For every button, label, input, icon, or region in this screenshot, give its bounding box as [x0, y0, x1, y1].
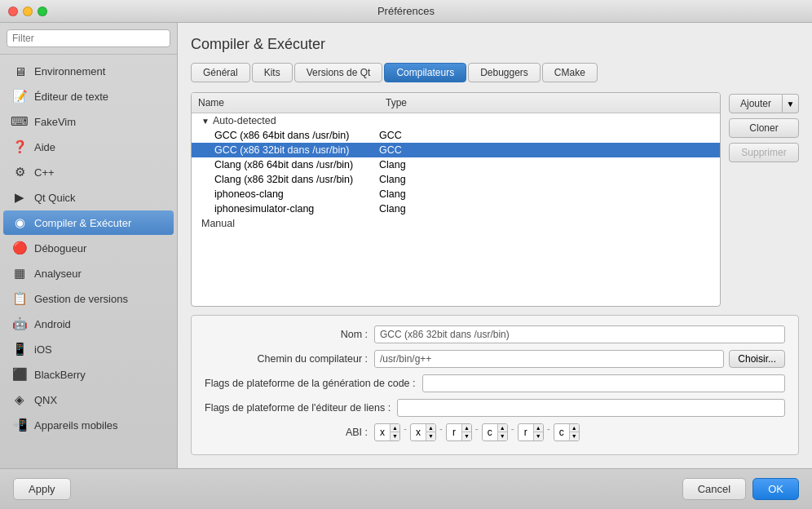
tab-versions[interactable]: Versions de Qt [294, 63, 383, 82]
abi-down-6[interactable]: ▼ [570, 432, 579, 440]
sidebar-label-qtquick: Qt Quick [34, 192, 76, 204]
abi-btns-2: ▲ ▼ [426, 424, 435, 440]
page-title: Compiler & Exécuter [191, 36, 799, 53]
chemin-input[interactable] [374, 350, 724, 368]
abi-btns-5: ▲ ▼ [533, 424, 543, 440]
sidebar-item-gestion[interactable]: 📋 Gestion de versions [3, 286, 174, 311]
ajouter-dropdown-arrow[interactable]: ▼ [783, 94, 799, 113]
abi-up-6[interactable]: ▲ [570, 424, 579, 432]
sidebar-item-editeur[interactable]: 📝 Éditeur de texte [3, 84, 174, 108]
sidebar-item-ios[interactable]: 📱 iOS [3, 337, 174, 361]
sidebar-item-fakevim[interactable]: ⌨ FakeVim [3, 109, 174, 134]
sidebar-item-android[interactable]: 🤖 Android [3, 312, 174, 336]
chemin-label: Chemin du compilateur : [205, 353, 368, 365]
abi-up-1[interactable]: ▲ [391, 424, 399, 432]
cloner-button[interactable]: Cloner [729, 118, 799, 138]
sidebar-label-environnement: Environnement [34, 65, 105, 77]
sidebar-icon-qnx: ◈ [11, 392, 28, 408]
abi-spinner-4: c ▲ ▼ [482, 423, 508, 441]
table-row-iphoneos[interactable]: iphoneos-clang Clang [192, 187, 720, 201]
maximize-button[interactable] [38, 7, 47, 16]
table-row-manual[interactable]: Manual [192, 216, 720, 231]
abi-sep-4: - [511, 423, 514, 441]
sidebar-icon-aide: ❓ [11, 139, 28, 155]
tab-compilateurs[interactable]: Compilateurs [384, 63, 466, 82]
sidebar-item-qnx[interactable]: ◈ QNX [3, 387, 174, 412]
nom-input[interactable] [374, 325, 785, 343]
table-row-autodetected[interactable]: ▼Auto-detected [192, 113, 720, 128]
flags-gen-input[interactable] [422, 374, 785, 392]
abi-up-3[interactable]: ▲ [462, 424, 471, 432]
tab-general[interactable]: Général [191, 63, 250, 82]
abi-val-5: r [519, 427, 533, 438]
sidebar-icon-blackberry: ⬛ [11, 366, 28, 383]
sidebar-item-blackberry[interactable]: ⬛ BlackBerry [3, 362, 174, 387]
sidebar-icon-cpp: ⚙ [11, 164, 28, 180]
sidebar-items: 🖥 Environnement 📝 Éditeur de texte ⌨ Fak… [0, 55, 177, 468]
abi-val-6: c [554, 427, 569, 438]
abi-val-3: r [447, 427, 461, 438]
table-row-clang64[interactable]: Clang (x86 64bit dans /usr/bin) Clang [192, 157, 720, 172]
table-row-gcc64[interactable]: GCC (x86 64bit dans /usr/bin) GCC [192, 128, 720, 143]
abi-up-2[interactable]: ▲ [426, 424, 435, 432]
table-row-clang32[interactable]: Clang (x86 32bit dans /usr/bin) Clang [192, 172, 720, 187]
abi-val-1: x [375, 427, 390, 438]
sidebar-item-aide[interactable]: ❓ Aide [3, 135, 174, 159]
ajouter-group: Ajouter ▼ [729, 94, 799, 113]
sidebar-icon-ios: 📱 [11, 341, 28, 357]
abi-down-3[interactable]: ▼ [462, 432, 471, 440]
supprimer-button[interactable]: Supprimer [729, 143, 799, 162]
column-type: Type [379, 95, 720, 110]
abi-down-2[interactable]: ▼ [426, 432, 435, 440]
row-type-iphoneos: Clang [379, 188, 713, 200]
table-row-gcc32[interactable]: GCC (x86 32bit dans /usr/bin) GCC [192, 143, 720, 157]
abi-down-4[interactable]: ▼ [498, 432, 507, 440]
tab-kits[interactable]: Kits [252, 63, 293, 82]
tabs-bar: GénéralKitsVersions de QtCompilateursDeb… [191, 63, 799, 82]
abi-label: ABI : [205, 427, 368, 438]
abi-sep-1: - [404, 423, 407, 441]
row-type-gcc64: GCC [379, 130, 713, 141]
sidebar-label-appareils: Appareils mobiles [34, 419, 118, 432]
abi-btns-3: ▲ ▼ [461, 424, 471, 440]
apply-button[interactable]: Apply [13, 478, 71, 500]
abi-val-4: c [483, 427, 497, 438]
close-button[interactable] [8, 7, 18, 16]
abi-up-4[interactable]: ▲ [498, 424, 507, 432]
filter-input[interactable] [7, 29, 170, 47]
minimize-button[interactable] [23, 7, 33, 16]
table-action-buttons: Ajouter ▼ Cloner Supprimer [729, 92, 799, 307]
sidebar-item-appareils[interactable]: 📲 Appareils mobiles [3, 413, 174, 437]
sidebar-item-compiler[interactable]: ◉ Compiler & Exécuter [3, 210, 174, 235]
abi-btns-4: ▲ ▼ [497, 424, 507, 440]
abi-down-5[interactable]: ▼ [534, 432, 543, 440]
choisir-button[interactable]: Choisir... [729, 350, 785, 368]
flags-lien-input[interactable] [397, 399, 785, 417]
sidebar-item-analyseur[interactable]: ▦ Analyseur [3, 261, 174, 285]
abi-btns-6: ▲ ▼ [569, 424, 579, 440]
compiler-panel: Name Type ▼Auto-detected GCC (x86 64bit … [191, 92, 799, 455]
sidebar-item-qtquick[interactable]: ▶ Qt Quick [3, 185, 174, 210]
abi-spinners: x ▲ ▼ - x ▲ ▼ [374, 423, 580, 441]
cancel-button[interactable]: Cancel [682, 478, 746, 500]
sidebar-icon-environnement: 🖥 [11, 63, 28, 79]
sidebar-label-gestion: Gestion de versions [34, 293, 128, 305]
ajouter-button[interactable]: Ajouter [729, 94, 783, 113]
abi-up-5[interactable]: ▲ [534, 424, 543, 432]
table-row-iphonesim[interactable]: iphonesimulator-clang Clang [192, 201, 720, 216]
tab-debuggers[interactable]: Debuggers [468, 63, 541, 82]
sidebar-icon-fakevim: ⌨ [11, 113, 28, 130]
tab-cmake[interactable]: CMake [542, 63, 598, 82]
abi-down-1[interactable]: ▼ [391, 432, 399, 440]
sidebar-item-environnement[interactable]: 🖥 Environnement [3, 59, 174, 83]
bottom-right: Cancel OK [682, 478, 799, 500]
flags-lien-row: Flags de plateforme de l'éditeur de lien… [205, 399, 785, 417]
sidebar-item-debogueur[interactable]: 🔴 Débogueur [3, 236, 174, 260]
sidebar-label-android: Android [34, 318, 71, 330]
sidebar-item-cpp[interactable]: ⚙ C++ [3, 160, 174, 184]
row-type-gcc32: GCC [379, 144, 713, 156]
flags-gen-label: Flags de plateforme de la génération de … [205, 378, 416, 389]
nom-row: Nom : [205, 325, 785, 343]
sidebar-label-analyseur: Analyseur [34, 268, 82, 280]
ok-button[interactable]: OK [752, 478, 799, 500]
